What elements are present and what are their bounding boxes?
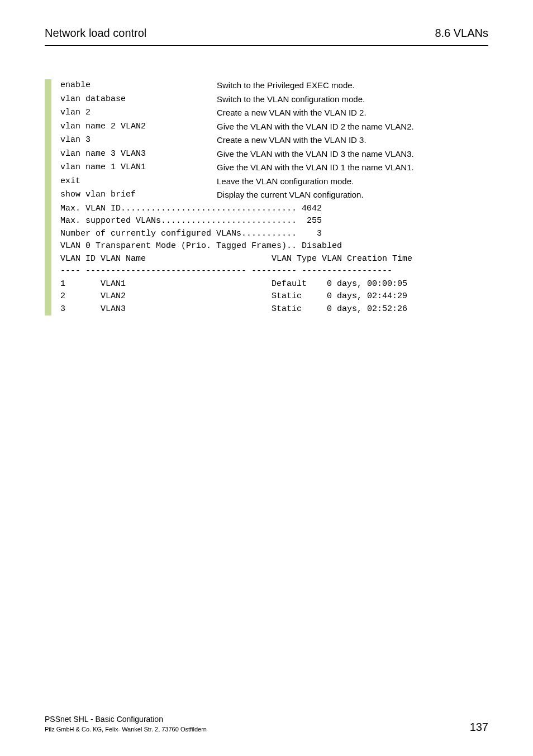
command-description: Give the VLAN with the VLAN ID 1 the nam… [217, 161, 488, 174]
command-description: Switch to the VLAN configuration mode. [217, 93, 488, 106]
command-description: Create a new VLAN with the VLAN ID 3. [217, 134, 488, 147]
command-table-accent-bar [45, 79, 51, 315]
command-description: Display the current VLAN configuration. [217, 189, 488, 202]
content-block: enableSwitch to the Privileged EXEC mode… [45, 79, 488, 315]
command-row: exitLeave the VLAN configuration mode. [60, 175, 488, 188]
command-row: vlan name 3 VLAN3Give the VLAN with the … [60, 148, 488, 161]
command-description: Switch to the Privileged EXEC mode. [217, 79, 488, 92]
command-row: enableSwitch to the Privileged EXEC mode… [60, 79, 488, 92]
command-description: Give the VLAN with the VLAN ID 3 the nam… [217, 148, 488, 161]
command-text: vlan name 2 VLAN2 [60, 121, 217, 133]
cli-output: Max. VLAN ID............................… [60, 203, 488, 316]
command-text: vlan database [60, 93, 217, 106]
command-row: show vlan briefDisplay the current VLAN … [60, 189, 488, 202]
footer-subtitle: Pilz GmbH & Co. KG, Felix- Wankel Str. 2… [45, 725, 207, 734]
command-description: Give the VLAN with the VLAN ID 2 the nam… [217, 121, 488, 133]
command-text: show vlan brief [60, 189, 217, 202]
command-text: exit [60, 175, 217, 188]
header-right: 8.6 VLANs [435, 27, 488, 40]
command-row: vlan name 1 VLAN1Give the VLAN with the … [60, 161, 488, 174]
command-table: enableSwitch to the Privileged EXEC mode… [60, 79, 488, 202]
command-row: vlan 2Create a new VLAN with the VLAN ID… [60, 107, 488, 119]
command-text: vlan name 1 VLAN1 [60, 161, 217, 174]
command-text: enable [60, 79, 217, 92]
footer-left: PSSnet SHL - Basic Configuration Pilz Gm… [45, 714, 207, 734]
header-left: Network load control [45, 27, 146, 40]
command-text: vlan 3 [60, 134, 217, 147]
command-description: Leave the VLAN configuration mode. [217, 175, 488, 188]
command-text: vlan 2 [60, 107, 217, 119]
command-description: Create a new VLAN with the VLAN ID 2. [217, 107, 488, 119]
page-number: 137 [470, 721, 488, 734]
footer-title: PSSnet SHL - Basic Configuration [45, 714, 207, 725]
page-footer: PSSnet SHL - Basic Configuration Pilz Gm… [45, 703, 488, 734]
command-row: vlan 3Create a new VLAN with the VLAN ID… [60, 134, 488, 147]
command-row: vlan databaseSwitch to the VLAN configur… [60, 93, 488, 106]
command-row: vlan name 2 VLAN2Give the VLAN with the … [60, 121, 488, 133]
page-header: Network load control 8.6 VLANs [45, 27, 488, 46]
command-text: vlan name 3 VLAN3 [60, 148, 217, 161]
